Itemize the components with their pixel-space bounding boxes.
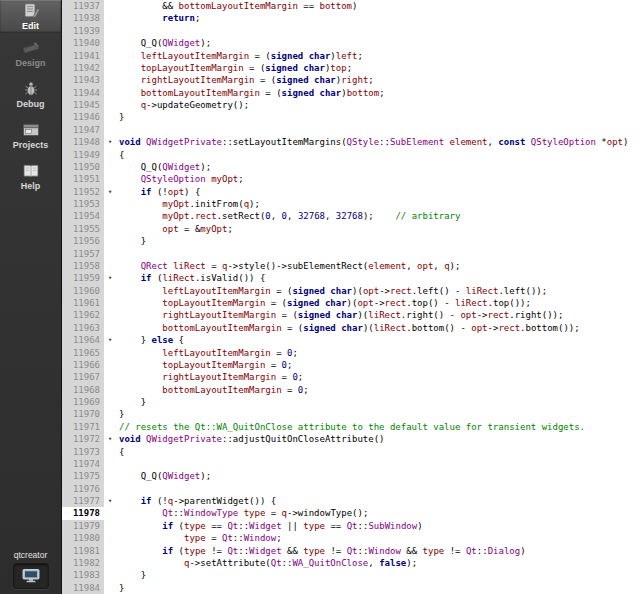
- code-line[interactable]: 11953 myOpt.initFrom(q);: [62, 198, 640, 210]
- code-line[interactable]: 11970}: [62, 408, 640, 420]
- line-number[interactable]: 11945: [62, 99, 104, 111]
- code-line[interactable]: 11950 Q_Q(QWidget);: [62, 161, 640, 173]
- code-line[interactable]: 11945 q->updateGeometry();: [62, 99, 640, 111]
- line-number[interactable]: 11968: [62, 384, 104, 396]
- code-line[interactable]: 11983 }: [62, 569, 640, 581]
- line-number[interactable]: 11957: [62, 248, 104, 260]
- line-number[interactable]: 11959: [62, 272, 104, 284]
- code-line[interactable]: 11961 topLayoutItemMargin = (signed char…: [62, 297, 640, 309]
- code-line[interactable]: 11957: [62, 248, 640, 260]
- line-number[interactable]: 11980: [62, 532, 104, 544]
- code-line[interactable]: 11955 opt = &myOpt;: [62, 223, 640, 235]
- line-number[interactable]: 11964: [62, 334, 104, 346]
- sidebar-item-debug[interactable]: Debug: [0, 74, 61, 115]
- line-number[interactable]: 11953: [62, 198, 104, 210]
- line-number[interactable]: 11958: [62, 260, 104, 272]
- fold-marker-icon[interactable]: ▾: [104, 186, 116, 198]
- code-line[interactable]: 11981 if (type != Qt::Widget && type != …: [62, 545, 640, 557]
- line-number[interactable]: 11977: [62, 495, 104, 507]
- line-number[interactable]: 11962: [62, 309, 104, 321]
- line-number[interactable]: 11961: [62, 297, 104, 309]
- fold-marker-icon[interactable]: ▾: [104, 495, 116, 507]
- line-number[interactable]: 11963: [62, 322, 104, 334]
- code-line[interactable]: 11954 myOpt.rect.setRect(0, 0, 32768, 32…: [62, 210, 640, 222]
- code-line[interactable]: 11968 bottomLayoutItemMargin = 0;: [62, 384, 640, 396]
- code-line[interactable]: 11958 QRect liRect = q->style()->subElem…: [62, 260, 640, 272]
- line-number[interactable]: 11973: [62, 446, 104, 458]
- code-line[interactable]: 11973{: [62, 446, 640, 458]
- line-number[interactable]: 11971: [62, 421, 104, 433]
- line-number[interactable]: 11944: [62, 87, 104, 99]
- line-number[interactable]: 11976: [62, 483, 104, 495]
- fold-marker-icon[interactable]: ▾: [104, 334, 116, 346]
- code-line[interactable]: 11942 topLayoutItemMargin = (signed char…: [62, 62, 640, 74]
- line-number[interactable]: 11970: [62, 408, 104, 420]
- code-line[interactable]: 11941 leftLayoutItemMargin = (signed cha…: [62, 50, 640, 62]
- line-number[interactable]: 11950: [62, 161, 104, 173]
- line-number[interactable]: 11974: [62, 458, 104, 470]
- code-line[interactable]: 11979 if (type == Qt::Widget || type == …: [62, 520, 640, 532]
- code-line[interactable]: 11964▾ } else {: [62, 334, 640, 346]
- line-number[interactable]: 11981: [62, 545, 104, 557]
- fold-marker-icon[interactable]: ▾: [104, 433, 116, 445]
- line-number[interactable]: 11982: [62, 557, 104, 569]
- line-number[interactable]: 11947: [62, 124, 104, 136]
- line-number[interactable]: 11966: [62, 359, 104, 371]
- line-number[interactable]: 11960: [62, 285, 104, 297]
- line-number[interactable]: 11952: [62, 186, 104, 198]
- line-number[interactable]: 11984: [62, 582, 104, 594]
- code-line[interactable]: 11952▾ if (!opt) {: [62, 186, 640, 198]
- code-line[interactable]: 11956 }: [62, 235, 640, 247]
- code-line[interactable]: 11939: [62, 25, 640, 37]
- code-line[interactable]: 11937 && bottomLayoutItemMargin == botto…: [62, 0, 640, 12]
- code-line[interactable]: 11946}: [62, 111, 640, 123]
- code-line[interactable]: 11984}: [62, 582, 640, 594]
- line-number[interactable]: 11969: [62, 396, 104, 408]
- sidebar-item-edit[interactable]: Edit: [0, 0, 61, 33]
- line-number[interactable]: 11937: [62, 0, 104, 12]
- line-number[interactable]: 11939: [62, 25, 104, 37]
- fold-marker-icon[interactable]: ▾: [104, 272, 116, 284]
- line-number[interactable]: 11954: [62, 210, 104, 222]
- code-line[interactable]: 11977▾ if (!q->parentWidget()) {: [62, 495, 640, 507]
- line-number[interactable]: 11975: [62, 470, 104, 482]
- code-line[interactable]: 11967 rightLayoutItemMargin = 0;: [62, 371, 640, 383]
- line-number[interactable]: 11967: [62, 371, 104, 383]
- line-number[interactable]: 11942: [62, 62, 104, 74]
- line-number[interactable]: 11978: [62, 507, 104, 519]
- line-number[interactable]: 11949: [62, 149, 104, 161]
- line-number[interactable]: 11946: [62, 111, 104, 123]
- code-line[interactable]: 11963 bottomLayoutItemMargin = (signed c…: [62, 322, 640, 334]
- code-line[interactable]: 11938 return;: [62, 12, 640, 24]
- code-line[interactable]: 11982 q->setAttribute(Qt::WA_QuitOnClose…: [62, 557, 640, 569]
- code-line[interactable]: 11944 bottomLayoutItemMargin = (signed c…: [62, 87, 640, 99]
- code-line[interactable]: 11974: [62, 458, 640, 470]
- line-number[interactable]: 11965: [62, 347, 104, 359]
- sidebar-item-help[interactable]: Help: [0, 156, 61, 197]
- code-editor[interactable]: 11937 && bottomLayoutItemMargin == botto…: [62, 0, 640, 594]
- line-number[interactable]: 11979: [62, 520, 104, 532]
- line-number[interactable]: 11955: [62, 223, 104, 235]
- line-number[interactable]: 11940: [62, 37, 104, 49]
- line-number[interactable]: 11972: [62, 433, 104, 445]
- code-line[interactable]: 11975 Q_Q(QWidget);: [62, 470, 640, 482]
- code-line[interactable]: 11960 leftLayoutItemMargin = (signed cha…: [62, 285, 640, 297]
- code-line[interactable]: 11959▾ if (liRect.isValid()) {: [62, 272, 640, 284]
- code-line[interactable]: 11966 topLayoutItemMargin = 0;: [62, 359, 640, 371]
- line-number[interactable]: 11948: [62, 136, 104, 148]
- code-line[interactable]: 11978 Qt::WindowType type = q->windowTyp…: [62, 507, 640, 519]
- code-line[interactable]: 11949{: [62, 149, 640, 161]
- code-line[interactable]: 11943 rightLayoutItemMargin = (signed ch…: [62, 74, 640, 86]
- line-number[interactable]: 11951: [62, 173, 104, 185]
- line-number[interactable]: 11956: [62, 235, 104, 247]
- line-number[interactable]: 11943: [62, 74, 104, 86]
- line-number[interactable]: 11938: [62, 12, 104, 24]
- code-line[interactable]: 11969 }: [62, 396, 640, 408]
- code-line[interactable]: 11965 leftLayoutItemMargin = 0;: [62, 347, 640, 359]
- sidebar-item-projects[interactable]: Projects: [0, 115, 61, 156]
- code-line[interactable]: 11951 QStyleOption myOpt;: [62, 173, 640, 185]
- code-line[interactable]: 11976: [62, 483, 640, 495]
- code-line[interactable]: 11948▾void QWidgetPrivate::setLayoutItem…: [62, 136, 640, 148]
- code-line[interactable]: 11947: [62, 124, 640, 136]
- line-number[interactable]: 11941: [62, 50, 104, 62]
